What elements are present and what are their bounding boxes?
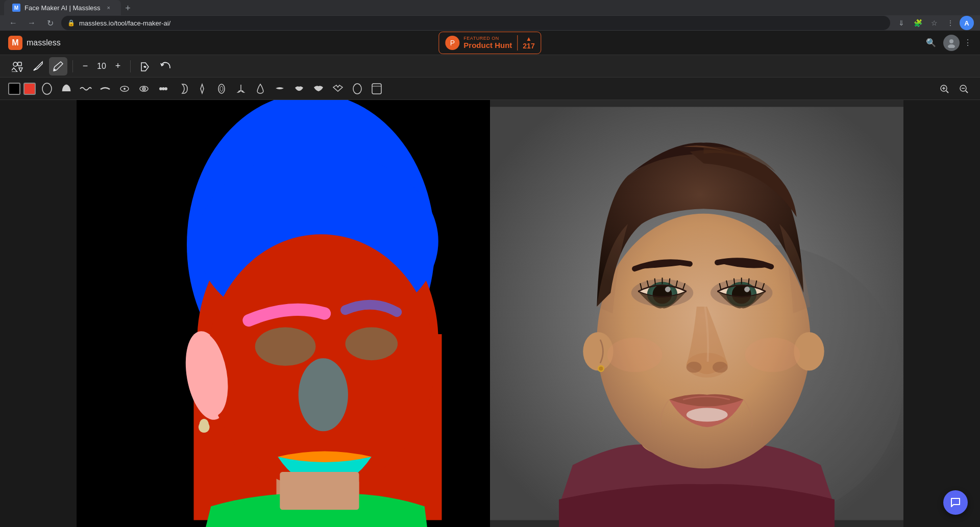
svg-point-8 [42, 83, 52, 94]
face-square-shape[interactable] [369, 81, 385, 97]
result-photo-svg [490, 100, 903, 527]
svg-point-41 [255, 328, 316, 366]
back-button[interactable]: ← [6, 16, 20, 30]
forward-button[interactable]: → [24, 16, 39, 30]
right-sidebar [903, 100, 980, 527]
chat-icon [949, 496, 962, 509]
pen-tool-button[interactable] [29, 57, 47, 76]
product-hunt-text: FEATURED ON Product Hunt [463, 36, 512, 49]
face-outline-shape[interactable] [39, 81, 55, 97]
eye-closed-shape[interactable] [116, 81, 133, 97]
hair-wave-icon [79, 82, 92, 95]
new-tab-button[interactable]: + [121, 1, 135, 15]
lips-medium-shape[interactable] [291, 81, 307, 97]
ear-right-icon [215, 82, 228, 95]
ear-shape[interactable] [175, 81, 191, 97]
brush-size-control: − 10 + [78, 59, 125, 73]
zoom-out-icon [959, 84, 969, 94]
eye-open-icon [137, 82, 151, 95]
search-header-button[interactable]: 🔍 [923, 35, 939, 51]
download-button[interactable]: ⇓ [894, 16, 909, 30]
lips-thick-shape[interactable] [310, 81, 327, 97]
svg-point-2 [13, 62, 17, 66]
address-bar[interactable]: 🔒 massless.io/tool/face-maker-ai/ [61, 16, 890, 30]
brush-icon [53, 61, 64, 72]
header-right: 🔍 ⋮ [923, 35, 972, 51]
product-hunt-divider [517, 35, 518, 51]
address-bar-row: ← → ↻ 🔒 massless.io/tool/face-maker-ai/ … [0, 15, 980, 31]
more-menu-button[interactable]: ⋮ [964, 38, 972, 47]
left-sidebar [0, 100, 77, 527]
earring-shape[interactable] [194, 81, 210, 97]
svg-point-43 [299, 358, 348, 431]
eye-open-shape[interactable] [136, 81, 152, 97]
brush-size-plus-button[interactable]: + [111, 59, 125, 73]
tab-bar: M Face Maker AI | Massless × + [0, 0, 980, 15]
active-tab[interactable]: M Face Maker AI | Massless × [4, 0, 121, 15]
chin-shape[interactable] [349, 81, 365, 97]
svg-point-16 [164, 87, 167, 90]
bookmark-button[interactable]: ☆ [927, 16, 941, 30]
app: M massless P FEATURED ON Product Hunt ▲ … [0, 31, 980, 527]
brush-tool-button[interactable] [49, 57, 67, 76]
product-hunt-featured-text: FEATURED ON [463, 36, 512, 41]
lips-thick-icon [312, 82, 325, 95]
hair-wave-shape[interactable] [78, 81, 94, 97]
ear-icon [176, 82, 189, 95]
svg-point-10 [124, 88, 126, 90]
chat-button[interactable] [943, 490, 968, 515]
refresh-button[interactable]: ↻ [43, 16, 57, 30]
color-black-swatch[interactable] [8, 83, 20, 95]
nose-large-shape[interactable] [252, 81, 268, 97]
brush-size-minus-button[interactable]: − [78, 59, 92, 73]
more-browser-button[interactable]: ⋮ [943, 16, 958, 30]
eye-closed-icon [118, 82, 131, 95]
product-hunt-badge[interactable]: P FEATURED ON Product Hunt ▲ 217 [438, 32, 541, 54]
shapes-tool-button[interactable] [8, 57, 27, 76]
svg-point-67 [687, 408, 728, 421]
svg-point-1 [948, 44, 955, 48]
mouth-shape-icon [331, 82, 345, 95]
svg-line-27 [966, 91, 968, 93]
svg-point-53 [599, 366, 603, 370]
main-toolbar: − 10 + [0, 55, 980, 78]
profile-button[interactable]: A [960, 16, 974, 30]
svg-line-6 [34, 68, 36, 70]
zoom-out-button[interactable] [955, 81, 972, 97]
undo-button[interactable] [156, 57, 175, 76]
eye-dots-shape[interactable] [155, 81, 172, 97]
tab-title: Face Maker AI | Massless [24, 4, 101, 12]
logo-text: massless [27, 38, 61, 47]
fill-tool-button[interactable] [136, 57, 154, 76]
tab-close-button[interactable]: × [105, 4, 113, 12]
face-square-icon [370, 82, 383, 95]
color-red-swatch[interactable] [23, 83, 36, 95]
svg-point-57 [665, 287, 671, 292]
product-hunt-logo: P [445, 36, 459, 50]
browser-actions: ⇓ 🧩 ☆ ⋮ A [894, 16, 974, 30]
toolbar-separator-1 [72, 60, 73, 72]
toolbar-separator-2 [130, 60, 131, 72]
face-drawing-svg [77, 100, 490, 527]
eye-dots-icon [157, 82, 170, 95]
hair-top-shape[interactable] [58, 81, 75, 97]
zoom-in-button[interactable] [936, 81, 952, 97]
eyebrow-line-shape[interactable] [97, 81, 113, 97]
user-avatar[interactable] [943, 35, 960, 51]
nose-small-shape[interactable] [233, 81, 249, 97]
lips-medium-icon [292, 82, 306, 95]
nose-small-icon [234, 82, 248, 95]
extensions-button[interactable]: 🧩 [911, 16, 925, 30]
nose-large-icon [254, 82, 267, 95]
svg-marker-4 [12, 68, 17, 72]
zoom-in-icon [939, 84, 949, 94]
logo-area: M massless [8, 36, 61, 50]
product-hunt-count-area: ▲ 217 [523, 36, 534, 50]
app-header: M massless P FEATURED ON Product Hunt ▲ … [0, 31, 980, 55]
result-area [490, 100, 903, 527]
drawing-canvas-area[interactable] [77, 100, 490, 527]
lips-thin-shape[interactable] [272, 81, 288, 97]
ear-right-shape[interactable] [213, 81, 230, 97]
mouth-shape-button[interactable] [330, 81, 346, 97]
undo-icon [160, 61, 171, 72]
